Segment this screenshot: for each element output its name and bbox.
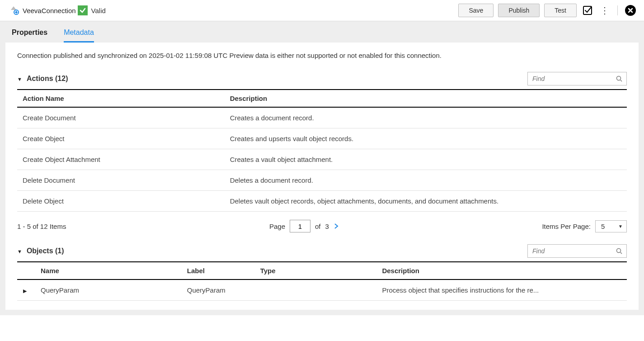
- actions-section-head: Actions (12): [17, 72, 627, 85]
- caret-down-icon: [17, 75, 22, 83]
- objects-col-description[interactable]: Description: [376, 262, 627, 279]
- actions-find-input[interactable]: [531, 75, 616, 83]
- connection-name: VeevaConnection: [23, 7, 76, 14]
- objects-section-head: Objects (1): [17, 244, 627, 258]
- valid-check-icon: [78, 5, 88, 15]
- object-label: QueryParam: [182, 279, 255, 301]
- action-name: Create Document: [17, 107, 225, 128]
- actions-col-description[interactable]: Description: [225, 90, 627, 107]
- objects-toggle[interactable]: Objects (1): [17, 247, 64, 255]
- search-icon: [616, 247, 623, 255]
- items-per-page-label: Items Per Page:: [542, 223, 591, 230]
- actions-col-name[interactable]: Action Name: [17, 90, 225, 107]
- svg-point-4: [617, 249, 621, 253]
- object-desc: Process object that specifies instructio…: [376, 279, 627, 301]
- table-row[interactable]: Delete Document Deletes a document recor…: [17, 170, 627, 191]
- table-row[interactable]: Create Object Attachment Creates a vault…: [17, 149, 627, 170]
- tab-bar: Properties Metadata: [0, 21, 644, 43]
- total-pages: 3: [325, 223, 329, 230]
- row-expand-toggle[interactable]: [17, 279, 35, 301]
- status-text: Valid: [91, 7, 106, 14]
- pager-range: 1 - 5 of 12 Items: [17, 223, 66, 230]
- objects-title: Objects (1): [27, 247, 64, 255]
- action-desc: Deletes a document record.: [225, 170, 627, 191]
- action-name: Delete Object: [17, 191, 225, 212]
- object-name: QueryParam: [35, 279, 182, 301]
- metadata-panel: Connection published and synchronized on…: [5, 43, 639, 310]
- table-row[interactable]: QueryParam QueryParam Process object tha…: [17, 279, 627, 301]
- table-row[interactable]: Delete Object Deletes vault object recor…: [17, 191, 627, 212]
- table-row[interactable]: Create Document Creates a document recor…: [17, 107, 627, 128]
- table-row[interactable]: Create Object Creates and upserts vault …: [17, 128, 627, 149]
- action-desc: Creates and upserts vault object records…: [225, 128, 627, 149]
- action-desc: Deletes vault object records, object att…: [225, 191, 627, 212]
- objects-col-label[interactable]: Label: [182, 262, 255, 279]
- search-icon: [616, 75, 623, 82]
- more-menu-icon[interactable]: [598, 4, 611, 17]
- objects-col-name[interactable]: Name: [35, 262, 182, 279]
- actions-title: Actions (12): [27, 75, 68, 83]
- close-button[interactable]: [624, 4, 637, 17]
- action-name: Create Object: [17, 128, 225, 149]
- of-label: of: [315, 223, 321, 230]
- svg-line-5: [620, 252, 622, 254]
- object-type: [255, 279, 377, 301]
- header-right: Save Publish Test: [458, 4, 637, 17]
- validate-icon[interactable]: [581, 4, 594, 17]
- close-icon: [625, 5, 636, 16]
- pager-center: Page of 3: [269, 220, 339, 232]
- objects-col-type[interactable]: Type: [255, 262, 377, 279]
- objects-find-box[interactable]: [527, 244, 627, 258]
- test-button[interactable]: Test: [544, 4, 577, 17]
- tab-metadata[interactable]: Metadata: [64, 28, 94, 43]
- action-name: Delete Document: [17, 170, 225, 191]
- connection-icon: [7, 5, 20, 16]
- tab-properties[interactable]: Properties: [12, 28, 47, 43]
- separator: [617, 5, 618, 15]
- items-per-page-value: 5: [601, 223, 605, 230]
- actions-toggle[interactable]: Actions (12): [17, 75, 68, 83]
- caret-right-icon: [23, 286, 27, 294]
- objects-col-expand: [17, 262, 35, 279]
- actions-find-box[interactable]: [527, 72, 627, 85]
- next-page-icon[interactable]: [334, 223, 339, 229]
- info-text: Connection published and synchronized on…: [17, 52, 627, 59]
- caret-down-icon: [17, 247, 22, 255]
- pager-right: Items Per Page: 5: [542, 220, 627, 232]
- page-label: Page: [269, 223, 285, 230]
- page-input[interactable]: [290, 220, 310, 232]
- objects-find-input[interactable]: [531, 247, 616, 255]
- actions-table: Action Name Description Create Document …: [17, 89, 627, 212]
- svg-line-3: [620, 80, 622, 81]
- header-left: VeevaConnection Valid: [7, 5, 458, 16]
- action-name: Create Object Attachment: [17, 149, 225, 170]
- publish-button[interactable]: Publish: [498, 4, 540, 17]
- save-button[interactable]: Save: [458, 4, 494, 17]
- action-desc: Creates a document record.: [225, 107, 627, 128]
- svg-point-2: [617, 76, 621, 81]
- items-per-page-select[interactable]: 5: [595, 220, 627, 232]
- action-desc: Creates a vault object attachment.: [225, 149, 627, 170]
- actions-pager: 1 - 5 of 12 Items Page of 3 Items Per Pa…: [17, 212, 627, 244]
- objects-table: Name Label Type Description QueryParam Q…: [17, 261, 627, 301]
- page-header: VeevaConnection Valid Save Publish Test: [0, 0, 644, 21]
